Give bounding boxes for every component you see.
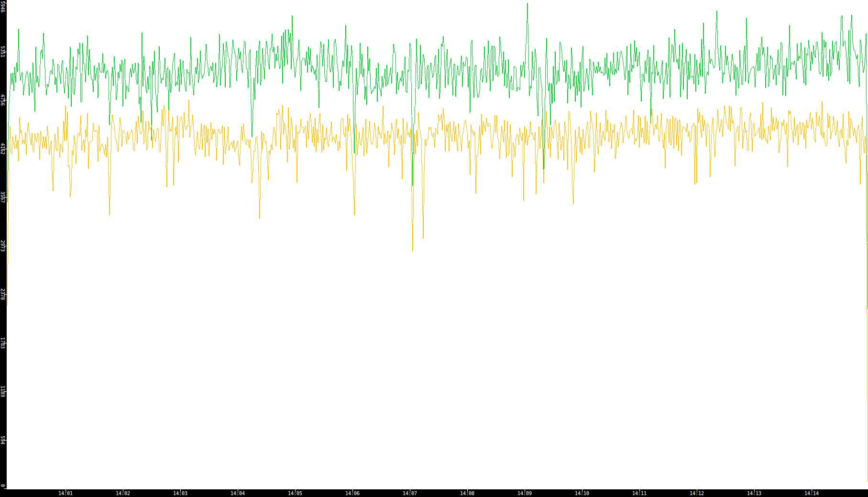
x-tick-label: 14:14 — [804, 491, 819, 496]
x-tick-label: 14:10 — [575, 491, 589, 496]
y-tick-label: 4756 — [0, 94, 5, 106]
x-tick-label: 14:01 — [58, 491, 73, 496]
chart-canvas: 5946535147564162356729732378178311895940… — [0, 0, 868, 497]
x-axis-band — [0, 489, 868, 497]
y-tick-label: 3567 — [0, 191, 5, 203]
x-tick-label: 14:02 — [116, 491, 130, 496]
x-tick-label: 14:09 — [517, 491, 532, 496]
y-tick-label: 2973 — [0, 240, 5, 252]
x-tick-label: 14:07 — [403, 491, 417, 496]
y-tick-label: 5946 — [0, 1, 5, 12]
x-tick-label: 14:05 — [288, 491, 302, 496]
y-tick — [4, 488, 9, 489]
x-tick-label: 14:06 — [345, 491, 360, 496]
y-tick-label: 1783 — [0, 337, 5, 349]
y-tick-label: 594 — [0, 436, 5, 444]
x-tick-label: 14:11 — [632, 491, 647, 496]
y-tick-label: 1189 — [0, 386, 5, 397]
y-tick-label: 5351 — [0, 46, 5, 57]
x-tick-label: 14:13 — [747, 491, 761, 496]
x-tick-label: 14:08 — [460, 491, 474, 496]
y-tick-label: 2378 — [0, 288, 5, 300]
x-tick-label: 14:03 — [173, 491, 187, 496]
y-tick-label: 0 — [0, 484, 5, 487]
traffic-graph: 5946535147564162356729732378178311895940… — [0, 0, 868, 497]
y-tick-label: 4162 — [0, 143, 5, 155]
x-axis-line — [7, 488, 868, 489]
x-tick-label: 14:12 — [690, 491, 704, 496]
x-tick-label: 14:04 — [231, 491, 245, 496]
